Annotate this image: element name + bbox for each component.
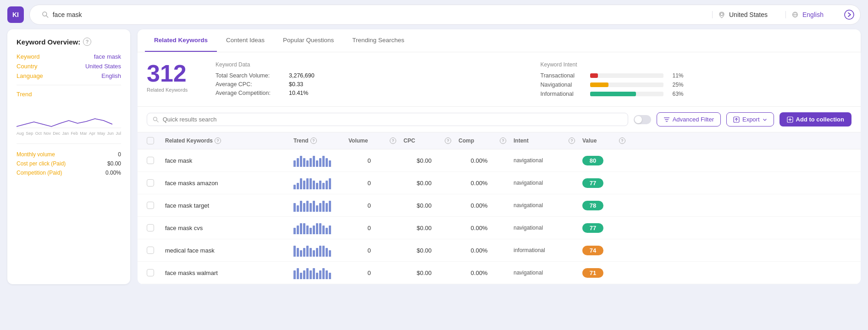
table-row: medical face mask 0 $0.00 0.00% informat…: [138, 239, 861, 262]
volume-cell: 0: [348, 157, 390, 164]
country-text: United States: [729, 11, 768, 18]
language-section[interactable]: English: [786, 11, 841, 18]
ki-section-header: Keyword Intent: [541, 61, 852, 68]
kd-comp-label: Average Competition:: [216, 90, 289, 96]
value-badge: 71: [582, 268, 603, 278]
trend-mini-bars: [293, 176, 348, 189]
tab-content-ideas[interactable]: Content Ideas: [217, 29, 274, 52]
th-volume: Volume: [348, 138, 390, 144]
add-collection-label: Add to collection: [796, 116, 844, 123]
trend-bar: [316, 205, 318, 212]
row-checkbox-cell[interactable]: [147, 179, 165, 187]
cpc-label: Cost per click (Paid): [17, 160, 66, 167]
query-section: [36, 11, 713, 18]
row-checkbox-cell[interactable]: [147, 224, 165, 231]
row-checkbox-cell[interactable]: [147, 247, 165, 254]
trend-bar: [316, 160, 318, 167]
th-comp: Comp: [459, 138, 500, 144]
th-intent-help-icon[interactable]: ?: [569, 138, 575, 144]
tab-related-keywords[interactable]: Related Keywords: [145, 29, 217, 52]
tab-trending-searches[interactable]: Trending Searches: [343, 29, 414, 52]
row-checkbox-cell[interactable]: [147, 269, 165, 276]
th-cpc-help-icon[interactable]: ?: [445, 138, 451, 144]
country-section[interactable]: United States: [713, 11, 786, 18]
trend-bar: [293, 270, 296, 279]
trend-bar: [329, 201, 331, 212]
trend-bar: [303, 158, 305, 167]
search-input[interactable]: [53, 11, 707, 18]
transactional-pct: 11%: [667, 72, 684, 79]
trend-bar: [322, 226, 325, 234]
intent-cell: navigational: [514, 202, 569, 209]
th-value-help-icon[interactable]: ?: [619, 138, 625, 144]
toolbar: Advanced Filter Export Add to collection: [138, 107, 861, 132]
content-area: Related Keywords Content Ideas Popular Q…: [138, 29, 861, 284]
trend-bar: [319, 246, 321, 257]
trend-mini-bars: [293, 221, 348, 234]
sidebar-row-country: Country United States: [17, 63, 121, 70]
trend-mini-bars: [293, 244, 348, 257]
trend-bar: [326, 270, 328, 279]
trend-bar: [297, 158, 299, 167]
volume-cell: 0: [348, 270, 390, 276]
trend-bar: [306, 268, 309, 279]
trend-bar: [313, 226, 315, 234]
trend-bar: [310, 178, 312, 189]
top-nav: KI United States English: [0, 0, 868, 29]
trend-bar: [322, 201, 325, 212]
value-cell: 77: [582, 178, 619, 188]
keyword-cell: face masks walmart: [165, 270, 293, 276]
monthly-label: Monthly volume: [17, 151, 55, 158]
select-all-checkbox[interactable]: [147, 137, 154, 144]
intent-row-navigational: Navigational 25%: [541, 82, 852, 88]
export-button[interactable]: Export: [726, 112, 774, 126]
go-button[interactable]: [841, 6, 857, 23]
tab-popular-questions[interactable]: Popular Questions: [274, 29, 343, 52]
trend-bar: [306, 178, 309, 189]
navigational-bar: [590, 82, 608, 87]
quick-search-input[interactable]: [163, 116, 622, 123]
intent-cell: navigational: [514, 157, 569, 164]
informational-bar-container: [590, 92, 663, 96]
row-checkbox-cell[interactable]: [147, 157, 165, 164]
toggle-pill[interactable]: [634, 115, 651, 124]
trend-bar: [300, 156, 302, 167]
row-checkbox[interactable]: [147, 179, 154, 187]
keyword-cell: medical face mask: [165, 247, 293, 254]
trend-bar: [319, 158, 321, 167]
th-trend: Trend ?: [293, 138, 348, 144]
volume-cell: 0: [348, 247, 390, 254]
svg-point-2: [720, 13, 723, 16]
th-keywords-help[interactable]: ?: [215, 138, 221, 144]
trend-bar: [293, 228, 296, 234]
row-checkbox[interactable]: [147, 269, 154, 276]
row-checkbox[interactable]: [147, 157, 154, 164]
th-comp-help-icon[interactable]: ?: [500, 138, 506, 144]
trend-bar: [303, 203, 305, 212]
th-trend-help[interactable]: ?: [310, 138, 317, 144]
row-checkbox-cell[interactable]: [147, 202, 165, 209]
navigational-label: Navigational: [541, 82, 586, 88]
row-checkbox[interactable]: [147, 224, 154, 231]
row-checkbox[interactable]: [147, 202, 154, 209]
trend-mini-bars: [293, 154, 348, 167]
th-volume-help-icon[interactable]: ?: [390, 138, 396, 144]
sidebar-help-icon[interactable]: ?: [83, 38, 91, 46]
th-cpc-help: ?: [445, 138, 459, 144]
advanced-filter-button[interactable]: Advanced Filter: [657, 112, 721, 126]
value-cell: 78: [582, 201, 619, 210]
results-table: Related Keywords ? Trend ? Volume ? CPC: [138, 132, 861, 284]
quick-search[interactable]: [147, 113, 628, 126]
row-checkbox[interactable]: [147, 247, 154, 254]
cpc-cell: $0.00: [404, 247, 445, 254]
cpc-cell: $0.00: [404, 202, 445, 209]
trend-bar: [326, 228, 328, 234]
add-to-collection-button[interactable]: Add to collection: [780, 112, 851, 126]
keyword-cell: face mask cvs: [165, 225, 293, 231]
sidebar-title: Keyword Overview: ?: [17, 38, 121, 46]
comp-cell: 0.00%: [459, 180, 500, 187]
keyword-cell: face mask: [165, 157, 293, 164]
comp-cell: 0.00%: [459, 202, 500, 209]
toggle-wrap[interactable]: [634, 115, 651, 124]
trend-bar: [322, 246, 325, 257]
